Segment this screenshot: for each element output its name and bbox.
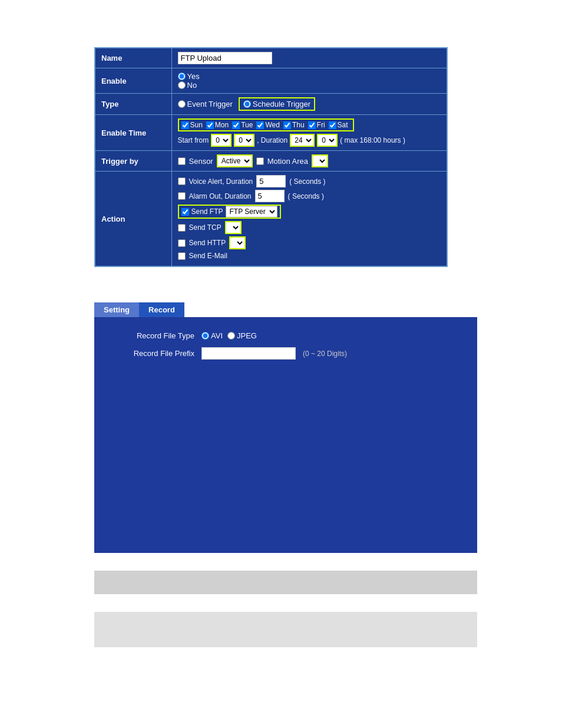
record-panel: Record File Type AVI JPEG Record File Pr… (94, 317, 477, 553)
send-http-checkbox[interactable] (178, 239, 186, 247)
action-label: Action (95, 172, 171, 267)
avi-option[interactable]: AVI (201, 331, 223, 340)
enable-label: Enable (95, 68, 171, 94)
send-tcp-dropdown-wrapper[interactable] (225, 221, 242, 234)
send-http-dropdown[interactable] (230, 238, 244, 248)
type-value-cell: Event Trigger Schedule Trigger (171, 94, 447, 115)
motion-area-dropdown[interactable] (313, 156, 327, 166)
send-ftp-wrapper: Send FTP FTP Server (178, 205, 281, 219)
day-mon[interactable]: Mon (206, 121, 229, 129)
duration-min-select-wrapper[interactable]: 0 (317, 134, 338, 147)
day-thu[interactable]: Thu (283, 121, 305, 129)
duration-hour-select[interactable]: 24 (291, 135, 313, 146)
day-sat[interactable]: Sat (329, 121, 348, 129)
record-file-type-row: Record File Type AVI JPEG (112, 331, 459, 340)
tab-bar: Setting Record (94, 302, 468, 317)
ftp-server-dropdown[interactable]: FTP Server (226, 206, 277, 218)
name-label: Name (95, 48, 171, 68)
gray-bar-1 (94, 571, 477, 594)
enable-time-value-cell: Sun Mon Tue Wed Thu Fri Sat Start from 0 (171, 115, 447, 151)
event-trigger-option[interactable]: Event Trigger (178, 100, 233, 108)
duration-min-select[interactable]: 0 (318, 135, 336, 146)
day-sun[interactable]: Sun (181, 121, 203, 129)
send-tcp-dropdown[interactable] (226, 222, 240, 233)
send-http-row: Send HTTP (178, 236, 441, 249)
name-value-cell (171, 48, 447, 68)
record-file-type-options: AVI JPEG (201, 331, 257, 340)
start-hour-select-wrapper[interactable]: 0 (211, 134, 232, 147)
enable-yes-option[interactable]: Yes (178, 72, 438, 81)
record-file-prefix-row: Record File Prefix (0 ~ 20 Digits) (112, 347, 459, 360)
alarm-out-row: Alarm Out, Duration ( Seconds ) (178, 190, 441, 202)
sensor-checkbox[interactable] (178, 157, 186, 165)
sensor-dropdown[interactable]: Active (218, 156, 252, 166)
gray-bar-2 (94, 612, 477, 647)
tab-setting[interactable]: Setting (94, 302, 139, 317)
send-email-checkbox[interactable] (178, 252, 186, 260)
voice-alert-row: Voice Alert, Duration ( Seconds ) (178, 175, 441, 187)
days-checkboxes: Sun Mon Tue Wed Thu Fri Sat (178, 118, 354, 131)
digits-hint: (0 ~ 20 Digits) (303, 350, 347, 358)
enable-no-option[interactable]: No (178, 81, 438, 90)
voice-alert-input[interactable] (256, 175, 286, 187)
trigger-row: Sensor Active Motion Area (178, 154, 441, 167)
schedule-trigger-option[interactable]: Schedule Trigger (239, 97, 315, 111)
start-min-select[interactable]: 0 (235, 135, 253, 146)
start-min-select-wrapper[interactable]: 0 (234, 134, 254, 147)
send-tcp-row: Send TCP (178, 221, 441, 234)
trigger-by-label: Trigger by (95, 151, 171, 172)
jpeg-option[interactable]: JPEG (227, 331, 257, 340)
send-tcp-checkbox[interactable] (178, 224, 186, 232)
send-ftp-checkbox[interactable] (181, 208, 189, 216)
alarm-out-checkbox[interactable] (178, 192, 186, 200)
tab-record[interactable]: Record (139, 302, 184, 317)
sensor-dropdown-wrapper[interactable]: Active (217, 154, 253, 167)
send-ftp-row: Send FTP FTP Server (178, 205, 441, 219)
record-file-type-label: Record File Type (112, 331, 194, 340)
enable-value-cell: Yes No (171, 68, 447, 94)
record-file-prefix-label: Record File Prefix (112, 349, 194, 358)
ftp-upload-table: Name Enable Yes No Type (94, 47, 448, 267)
motion-area-checkbox[interactable] (256, 157, 264, 165)
action-value-cell: Voice Alert, Duration ( Seconds ) Alarm … (171, 172, 447, 267)
name-input[interactable] (178, 52, 272, 64)
start-hour-select[interactable]: 0 (212, 135, 230, 146)
start-time-row: Start from 0 0 , Duration 24 (178, 134, 441, 147)
trigger-by-value-cell: Sensor Active Motion Area (171, 151, 447, 172)
day-wed[interactable]: Wed (256, 121, 279, 129)
voice-alert-checkbox[interactable] (178, 177, 186, 185)
alarm-out-input[interactable] (255, 190, 285, 202)
send-http-dropdown-wrapper[interactable] (229, 236, 246, 249)
type-label: Type (95, 94, 171, 115)
day-fri[interactable]: Fri (308, 121, 325, 129)
day-tue[interactable]: Tue (232, 121, 253, 129)
enable-time-label: Enable Time (95, 115, 171, 151)
motion-area-dropdown-wrapper[interactable] (312, 154, 328, 167)
duration-hour-select-wrapper[interactable]: 24 (290, 134, 315, 147)
send-email-row: Send E-Mail (178, 252, 441, 260)
record-prefix-input[interactable] (201, 347, 296, 360)
